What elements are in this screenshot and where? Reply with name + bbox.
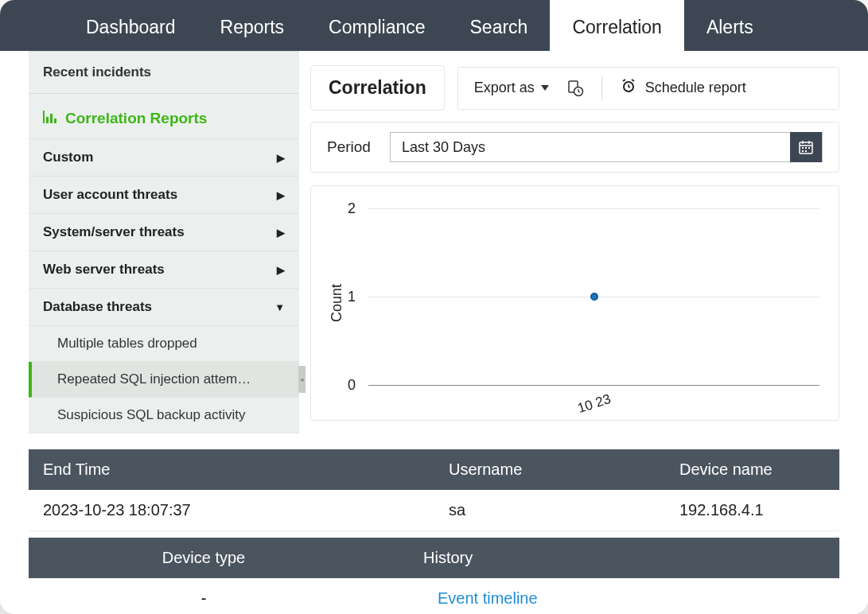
svg-rect-2 (50, 114, 53, 123)
cell-device-name: 192.168.4.1 (665, 490, 839, 530)
calendar-icon[interactable] (790, 132, 822, 162)
sidebar-item-label: Custom (43, 150, 93, 165)
sidebar-sub-multiple-tables-dropped[interactable]: Multiple tables dropped (29, 326, 299, 362)
top-nav: Dashboard Reports Compliance Search Corr… (0, 0, 868, 51)
sidebar-item-label: Database threats (43, 299, 152, 315)
scroll-handle-icon[interactable]: ◂ (298, 366, 306, 393)
sidebar-item-label: System/server threats (43, 224, 185, 240)
alarm-clock-icon (620, 77, 637, 99)
table-row[interactable]: 2023-10-23 18:07:37 sa 192.168.4.1 (29, 490, 839, 531)
y-tick-1: 1 (348, 289, 356, 305)
chevron-right-icon: ▶ (277, 264, 285, 276)
chevron-right-icon: ▶ (277, 227, 285, 239)
tab-dashboard[interactable]: Dashboard (64, 0, 198, 51)
col-history[interactable]: History (379, 538, 839, 578)
svg-rect-15 (802, 150, 804, 152)
x-axis-line (368, 385, 819, 386)
svg-rect-14 (808, 147, 810, 149)
chevron-right-icon: ▶ (277, 152, 285, 164)
col-username[interactable]: Username (434, 449, 665, 490)
x-tick-0: 10 23 (575, 391, 613, 417)
sidebar-section-correlation-reports[interactable]: Correlation Reports (29, 94, 299, 139)
tab-correlation[interactable]: Correlation (550, 0, 684, 51)
chevron-right-icon: ▶ (277, 189, 285, 201)
caret-down-icon (541, 85, 549, 91)
svg-rect-16 (805, 150, 807, 152)
sidebar-section-label: Correlation Reports (65, 110, 207, 127)
app-window: Dashboard Reports Compliance Search Corr… (0, 0, 868, 614)
toolbar: Export as Schedule report (457, 67, 839, 110)
sidebar-sub-label: Repeated SQL injection attem… (57, 371, 251, 387)
y-tick-0: 0 (348, 377, 356, 394)
col-end-time[interactable]: End Time (29, 449, 434, 490)
sidebar-item-custom[interactable]: Custom ▶ (29, 139, 299, 177)
cell-device-type: - (29, 578, 379, 614)
y-tick-2: 2 (348, 200, 356, 217)
table-header: End Time Username Device name (29, 449, 839, 490)
sidebar-item-label: Web server threats (43, 262, 165, 278)
results-table: End Time Username Device name 2023-10-23… (29, 449, 839, 614)
title-bar: Correlation Export as Schedule rep (310, 65, 839, 111)
page-title: Correlation (310, 65, 445, 111)
cell-end-time: 2023-10-23 18:07:37 (29, 490, 434, 530)
svg-rect-13 (805, 147, 807, 149)
export-label: Export as (474, 80, 535, 96)
chart-plot-area: 2 1 0 10 23 (368, 208, 819, 385)
cell-username: sa (434, 490, 665, 530)
sidebar-item-user-account-threats[interactable]: User account threats ▶ (29, 177, 299, 214)
tab-alerts[interactable]: Alerts (684, 0, 776, 51)
tab-compliance[interactable]: Compliance (306, 0, 447, 51)
period-row: Period Last 30 Days (310, 122, 839, 173)
chevron-down-icon: ▼ (274, 301, 285, 313)
svg-rect-12 (802, 147, 804, 149)
schedule-report-button[interactable]: Schedule report (620, 77, 746, 99)
col-device-type[interactable]: Device type (29, 538, 379, 578)
content-area: Correlation Export as Schedule rep (299, 51, 868, 421)
sidebar-sub-suspicious-sql-backup[interactable]: Suspicious SQL backup activity (29, 398, 299, 433)
chart-y-axis-label: Count (329, 284, 345, 322)
schedule-label: Schedule report (645, 80, 746, 96)
data-point[interactable] (590, 293, 598, 301)
event-timeline-link[interactable]: Event timeline (379, 578, 839, 614)
separator (601, 76, 602, 101)
period-value: Last 30 Days (391, 139, 496, 156)
grid-line (368, 208, 819, 209)
sidebar-header: Recent incidents (29, 52, 299, 94)
bar-chart-icon (43, 110, 57, 127)
sidebar-sub-repeated-sql-injection[interactable]: Repeated SQL injection attem… ◂ (29, 362, 299, 398)
sidebar-item-system-server-threats[interactable]: System/server threats ▶ (29, 214, 299, 251)
tab-reports[interactable]: Reports (198, 0, 307, 51)
period-label: Period (327, 138, 371, 156)
sidebar-item-label: User account threats (43, 187, 177, 203)
sidebar: Recent incidents Correlation Reports Cus… (29, 51, 299, 433)
table-header-2: Device type History (29, 538, 839, 578)
svg-rect-1 (46, 117, 49, 123)
svg-rect-0 (43, 111, 45, 123)
table-row[interactable]: - Event timeline (29, 578, 839, 614)
col-device-name[interactable]: Device name (665, 449, 839, 490)
scheduled-exports-icon[interactable] (566, 80, 584, 97)
svg-rect-3 (54, 119, 56, 123)
period-select[interactable]: Last 30 Days (390, 132, 823, 162)
export-as-button[interactable]: Export as (474, 80, 549, 96)
tab-search[interactable]: Search (448, 0, 551, 51)
sidebar-item-database-threats[interactable]: Database threats ▼ (29, 289, 299, 326)
sidebar-item-web-server-threats[interactable]: Web server threats ▶ (29, 251, 299, 289)
chart: Count 2 1 0 10 23 (310, 185, 839, 421)
